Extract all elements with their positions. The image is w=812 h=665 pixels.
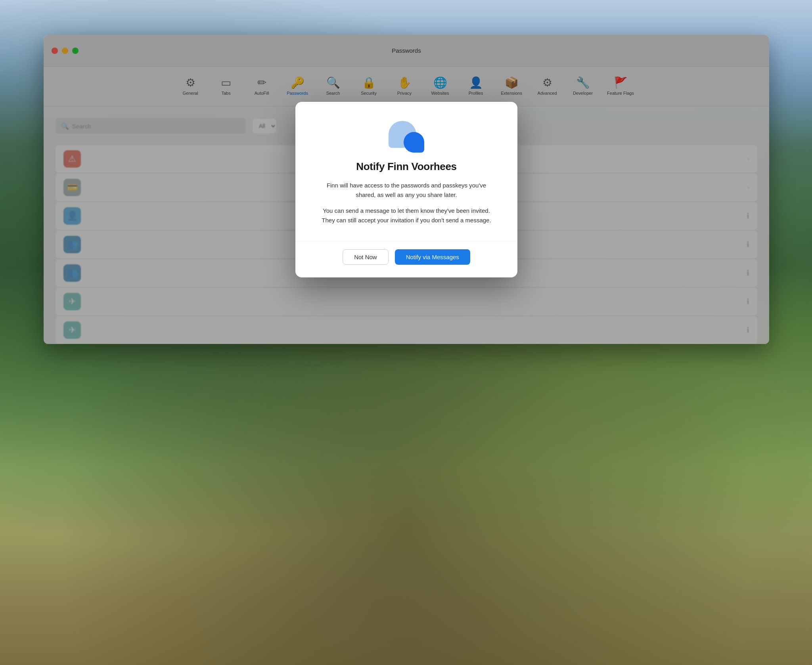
notify-via-messages-button[interactable]: Notify via Messages xyxy=(395,249,470,265)
bubble-small xyxy=(404,132,424,153)
notify-modal: Notify Finn Voorhees Finn will have acce… xyxy=(295,102,517,277)
modal-body: Notify Finn Voorhees Finn will have acce… xyxy=(295,102,517,241)
messages-icon xyxy=(389,121,424,153)
modal-footer: Not Now Notify via Messages xyxy=(295,241,517,277)
modal-description-2: You can send a message to let them know … xyxy=(318,206,495,225)
not-now-button[interactable]: Not Now xyxy=(343,249,389,265)
modal-description-1: Finn will have access to the passwords a… xyxy=(318,181,495,200)
modal-description: Finn will have access to the passwords a… xyxy=(318,181,495,225)
modal-title: Notify Finn Voorhees xyxy=(356,161,457,173)
modal-overlay: Notify Finn Voorhees Finn will have acce… xyxy=(44,35,769,344)
safari-window: Passwords ⚙ General ▭ Tabs ✏ AutoFill 🔑 … xyxy=(44,35,769,344)
